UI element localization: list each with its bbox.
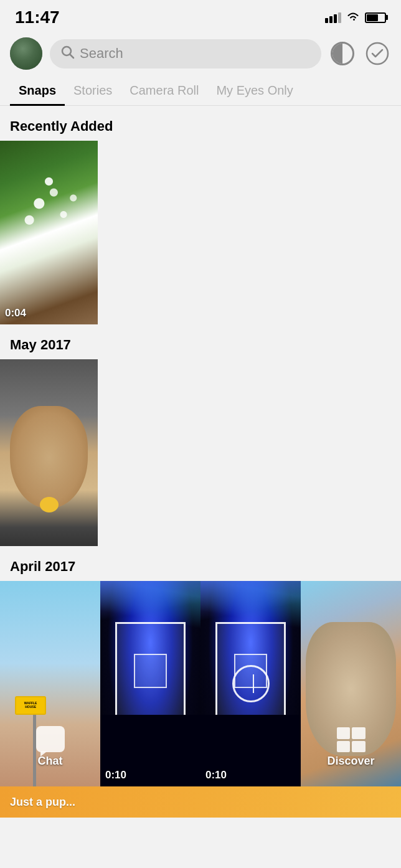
just-pup-text: Just a pup...	[10, 796, 75, 809]
tab-my-eyes-only[interactable]: My Eyes Only	[207, 77, 301, 105]
snap-dog[interactable]	[0, 359, 98, 546]
camera-half	[253, 674, 254, 693]
section-recently-added: Recently Added	[0, 106, 401, 141]
chat-label[interactable]: Chat	[38, 755, 63, 768]
search-placeholder: Search	[80, 45, 123, 62]
svg-line-1	[70, 54, 74, 58]
dog-image	[0, 359, 98, 546]
wh-sign: WAFFLEHOUSE	[15, 696, 46, 715]
circle-half-button[interactable]	[329, 40, 356, 67]
may-2017-grid	[0, 359, 401, 546]
just-pup-banner: Just a pup...	[0, 786, 401, 818]
dog-body	[10, 406, 88, 509]
circle-half-icon	[331, 42, 354, 65]
concert2-image: 0:10	[200, 581, 301, 786]
section-may-2017: May 2017	[0, 324, 401, 359]
snap-concert-2[interactable]: 0:10	[200, 581, 301, 786]
tab-stories[interactable]: Stories	[65, 77, 121, 105]
chat-icon	[36, 726, 65, 752]
content: Recently Added 0:04 May 2017 April 2017 …	[0, 106, 401, 818]
discover-label[interactable]: Discover	[327, 755, 374, 768]
discover-button-area: Discover	[327, 727, 374, 768]
recently-added-grid: 0:04	[0, 141, 401, 324]
status-time: 11:47	[15, 7, 60, 27]
camera-circle-icon	[232, 665, 270, 702]
snap-concert-1[interactable]: 0:10	[100, 581, 200, 786]
avatar[interactable]	[10, 37, 42, 70]
snap-duration-4: 0:10	[105, 769, 126, 781]
search-icon	[61, 45, 75, 62]
status-icons	[325, 11, 386, 25]
tab-snaps[interactable]: Snaps	[10, 77, 65, 106]
concert-inner	[134, 654, 167, 689]
section-april-2017: April 2017	[0, 546, 401, 581]
signal-bars-icon	[325, 12, 341, 23]
status-bar: 11:47	[0, 0, 401, 32]
battery-icon	[365, 12, 386, 23]
april-2017-grid: WAFFLEHOUSE Chat 0:10	[0, 581, 401, 786]
check-icon	[366, 42, 389, 65]
top-nav: Search	[0, 32, 401, 77]
wh-text: WAFFLEHOUSE	[24, 702, 37, 709]
snap-dog-2[interactable]: Discover	[301, 581, 401, 786]
discover-icon	[336, 727, 365, 752]
snap-duration-5: 0:10	[205, 769, 227, 781]
check-button[interactable]	[364, 40, 391, 67]
concert1-image: 0:10	[100, 581, 200, 786]
concert-stage	[115, 622, 186, 725]
snap-duration-1: 0:04	[5, 307, 26, 319]
plant-flowers	[0, 159, 98, 270]
plant-image	[0, 141, 98, 324]
chat-button-area: Chat	[36, 726, 65, 768]
wifi-icon	[346, 11, 360, 25]
snap-waffle-house[interactable]: WAFFLEHOUSE Chat	[0, 581, 100, 786]
search-bar[interactable]: Search	[50, 39, 321, 68]
svg-point-2	[367, 43, 388, 64]
snap-plant[interactable]: 0:04	[0, 141, 98, 324]
tabs: Snaps Stories Camera Roll My Eyes Only	[0, 77, 401, 106]
dog2-image: Discover	[301, 581, 401, 786]
dog-toy	[40, 497, 59, 512]
avatar-image	[10, 37, 42, 70]
waffle-house-image: WAFFLEHOUSE Chat	[0, 581, 100, 786]
tab-camera-roll[interactable]: Camera Roll	[121, 77, 207, 105]
